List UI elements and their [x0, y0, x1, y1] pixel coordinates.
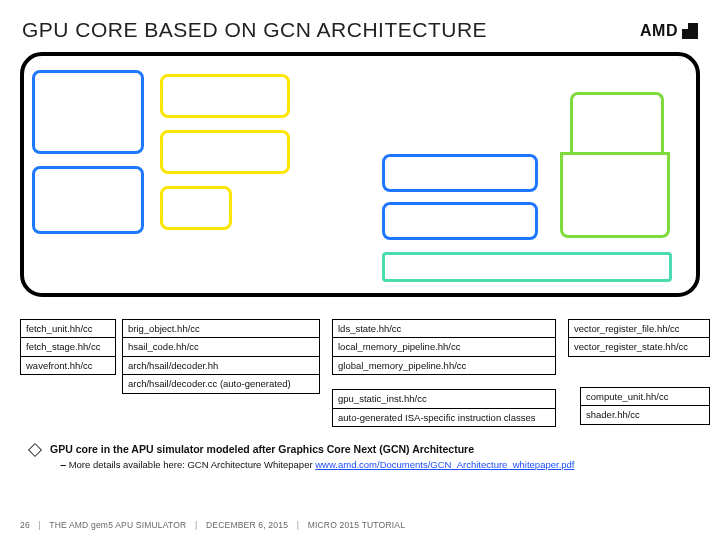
file-cell: arch/hsail/decoder.cc (auto-generated): [122, 374, 320, 393]
file-cell: auto-generated ISA-specific instruction …: [332, 408, 556, 427]
footer-sep: |: [297, 520, 299, 530]
file-cell: fetch_unit.hh/cc: [20, 319, 116, 338]
block-decode-3: [160, 186, 232, 230]
amd-logo-text: AMD: [640, 22, 678, 40]
file-cell: gpu_static_inst.hh/cc: [332, 389, 556, 408]
file-col-decode: brig_object.hh/cc hsail_code.hh/cc arch/…: [122, 320, 320, 394]
file-col-mem: lds_state.hh/cc local_memory_pipeline.hh…: [332, 320, 556, 427]
notes: GPU core in the APU simulator modeled af…: [30, 442, 575, 472]
block-wavefront: [32, 166, 144, 234]
file-cell: local_memory_pipeline.hh/cc: [332, 337, 556, 356]
file-cell: lds_state.hh/cc: [332, 319, 556, 338]
block-mem-pipe-2: [382, 202, 538, 240]
bullet-diamond-icon: [28, 443, 42, 457]
file-cell: fetch_stage.hh/cc: [20, 337, 116, 356]
file-cell: brig_object.hh/cc: [122, 319, 320, 338]
block-compute-unit: [382, 252, 672, 282]
gpu-core-diagram: [20, 52, 700, 297]
slide-footer: 26 | THE AMD gem5 APU SIMULATOR | DECEMB…: [20, 520, 405, 530]
footer-sep: |: [38, 520, 40, 530]
file-col-fetch: fetch_unit.hh/cc fetch_stage.hh/cc wavef…: [20, 320, 116, 375]
amd-logo: AMD: [640, 22, 698, 40]
file-cell: shader.hh/cc: [580, 405, 710, 424]
file-cell: wavefront.hh/cc: [20, 356, 116, 375]
file-cell: hsail_code.hh/cc: [122, 337, 320, 356]
footer-left: THE AMD gem5 APU SIMULATOR: [49, 520, 186, 530]
page-title: GPU CORE BASED ON GCN ARCHITECTURE: [22, 18, 487, 42]
note-sub-row: ‒ More details available here: GCN Archi…: [60, 458, 575, 472]
block-mem-pipe-1: [382, 154, 538, 192]
footer-page: 26: [20, 520, 30, 530]
file-cell: arch/hsail/decoder.hh: [122, 356, 320, 375]
file-col-cu: compute_unit.hh/cc shader.hh/cc: [580, 388, 710, 425]
file-col-vrf: vector_register_file.hh/cc vector_regist…: [568, 320, 710, 357]
file-cell: vector_register_state.hh/cc: [568, 337, 710, 356]
block-decode-1: [160, 74, 290, 118]
block-decode-2: [160, 130, 290, 174]
note-sub-text: ‒ More details available here: GCN Archi…: [60, 459, 315, 470]
note-title-text: GPU core in the APU simulator modeled af…: [50, 442, 474, 458]
footer-sep: |: [195, 520, 197, 530]
file-cell: global_memory_pipeline.hh/cc: [332, 356, 556, 375]
whitepaper-link[interactable]: www.amd.com/Documents/GCN_Architecture_w…: [315, 459, 574, 470]
amd-logo-icon: [682, 23, 698, 39]
file-cell: vector_register_file.hh/cc: [568, 319, 710, 338]
block-fetch: [32, 70, 144, 154]
file-cell: compute_unit.hh/cc: [580, 387, 710, 406]
footer-mid: DECEMBER 6, 2015: [206, 520, 288, 530]
block-vrf: [560, 152, 670, 238]
note-title-row: GPU core in the APU simulator modeled af…: [30, 442, 575, 458]
block-vrf-top: [570, 92, 664, 152]
footer-right: MICRO 2015 TUTORIAL: [308, 520, 406, 530]
